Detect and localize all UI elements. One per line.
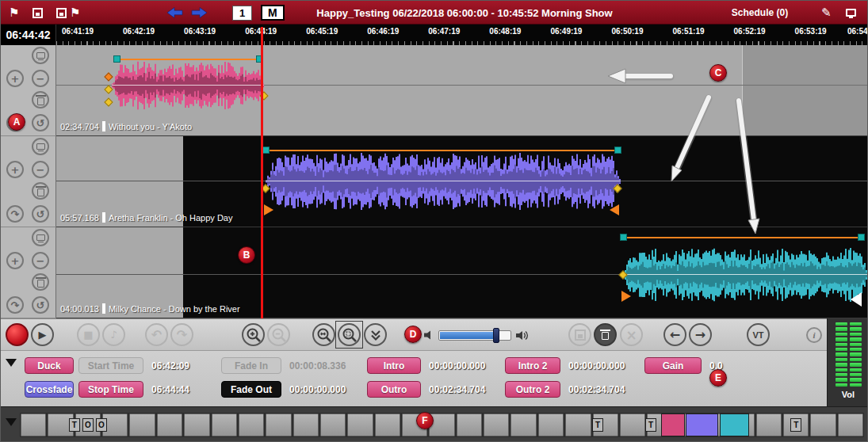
remove-button[interactable]: − (32, 161, 49, 178)
save-playlist-button[interactable]: ⚑ (56, 1, 80, 25)
next-item-button[interactable]: → (689, 323, 712, 346)
gain-button[interactable]: Gain (644, 357, 702, 374)
redo-button[interactable]: ↷ (170, 323, 193, 346)
timeline-marker[interactable]: O (96, 418, 107, 432)
timeline-slot[interactable] (538, 413, 564, 436)
timeline-slot[interactable] (293, 413, 319, 436)
next-page-button[interactable] (191, 1, 207, 25)
add-button[interactable]: + (6, 252, 24, 269)
volume-envelope-line[interactable] (623, 237, 861, 238)
fade-in-button[interactable]: Fade In (221, 357, 281, 374)
timeline-slot[interactable] (21, 413, 46, 436)
delete-button[interactable] (32, 273, 49, 291)
zoom-selection-button[interactable] (338, 323, 361, 346)
timeline-item[interactable] (661, 413, 685, 436)
record-button[interactable] (6, 323, 29, 346)
skip-button[interactable]: ↷ (6, 205, 24, 223)
track-lane[interactable]: 05:57.168 Aretha Franklin - Oh Happy Day (56, 136, 868, 227)
timeline-marker[interactable]: T (790, 418, 801, 432)
play-start-marker[interactable] (621, 291, 631, 302)
monitor-button[interactable] (32, 138, 49, 155)
info-button[interactable]: i (806, 327, 822, 343)
delete-button[interactable] (32, 182, 49, 200)
timeline-slot[interactable] (810, 413, 835, 436)
timeline-slot[interactable] (565, 413, 591, 436)
loop-button[interactable]: ↺ (32, 205, 49, 223)
schedule-button[interactable]: Schedule (0) (714, 1, 805, 25)
timeline-slot[interactable] (347, 413, 373, 436)
play-start-marker[interactable] (264, 204, 273, 215)
zoom-horizontal-button[interactable] (312, 323, 335, 346)
timeline-marker[interactable]: T (645, 418, 656, 432)
intro2-button[interactable]: Intro 2 (505, 357, 560, 374)
track-lane[interactable]: 04:00.013 Milky Chance - Down by the Riv… (56, 227, 868, 318)
volume-max-icon[interactable] (516, 330, 530, 341)
play-button[interactable]: ▶ (31, 323, 54, 346)
collapse-edit-panel-toggle[interactable] (6, 359, 17, 367)
timeline-slot[interactable] (756, 413, 782, 436)
zoom-out-button[interactable] (267, 323, 290, 346)
save-edit-button[interactable] (568, 323, 591, 346)
timeline-marker[interactable]: T (69, 418, 80, 432)
timeline-slot[interactable] (375, 413, 400, 436)
monitor-button[interactable] (32, 229, 49, 246)
delete-all-button[interactable] (594, 323, 617, 346)
mode-toggle[interactable]: M (261, 1, 285, 25)
timeline-slot[interactable] (157, 413, 182, 436)
track-lane[interactable]: 02:34.704 Without you - Y'Akoto (56, 45, 868, 136)
remove-button[interactable]: − (32, 252, 49, 269)
timeline-marker[interactable]: T (592, 418, 603, 432)
display-button[interactable] (846, 1, 856, 25)
duck-button[interactable]: Duck (25, 357, 74, 374)
envelope-handle[interactable] (858, 234, 865, 241)
timeline-slot[interactable] (239, 413, 264, 436)
timeline-slot[interactable] (620, 413, 645, 436)
playhead[interactable] (261, 27, 263, 318)
timeline-ruler[interactable]: 06:44:42 06:41:1906:42:1906:43:1906:44:1… (1, 25, 868, 45)
skip-button[interactable]: ↷ (6, 296, 24, 314)
timeline-item[interactable] (720, 413, 749, 436)
volume-envelope-line[interactable] (266, 150, 621, 151)
timeline-item[interactable] (686, 413, 717, 436)
crossfade-button[interactable]: Crossfade (25, 381, 74, 398)
timeline-slot[interactable] (266, 413, 291, 436)
previous-item-button[interactable]: ← (663, 323, 686, 346)
add-track-button[interactable]: ♪ (102, 323, 125, 346)
envelope-handle[interactable] (620, 234, 627, 241)
play-end-marker[interactable] (610, 204, 619, 215)
volume-min-icon[interactable] (424, 330, 434, 340)
monitor-button[interactable] (32, 47, 49, 64)
remove-button[interactable]: − (32, 70, 49, 87)
prev-page-button[interactable] (167, 1, 183, 25)
stop-button[interactable]: ■ (77, 323, 100, 346)
timeline-slot[interactable] (320, 413, 346, 436)
delete-button[interactable] (32, 91, 49, 109)
zoom-in-button[interactable] (242, 323, 265, 346)
envelope-handle[interactable] (262, 147, 270, 154)
intro-button[interactable]: Intro (367, 357, 421, 374)
timeline-slot[interactable] (838, 413, 863, 436)
volume-slider[interactable] (438, 330, 511, 341)
outro-button[interactable]: Outro (367, 381, 421, 398)
timeline-slot[interactable] (184, 413, 209, 436)
timeline-slot[interactable] (212, 413, 237, 436)
start-time-button[interactable]: Start Time (78, 357, 143, 374)
stop-time-button[interactable]: Stop Time (78, 381, 143, 398)
loop-button[interactable]: ↺ (32, 296, 49, 314)
page-number[interactable]: 1 (232, 1, 252, 25)
undo-button[interactable]: ↶ (145, 323, 168, 346)
voice-track-button[interactable]: VT (747, 323, 770, 346)
timeline-marker[interactable]: O (82, 418, 94, 432)
edit-schedule-button[interactable]: ✎ (821, 1, 832, 25)
envelope-handle[interactable] (113, 55, 120, 63)
timeline-slot[interactable] (510, 413, 536, 436)
fade-out-button[interactable]: Fade Out (221, 381, 281, 398)
timeline-slot[interactable] (129, 413, 155, 436)
loop-button[interactable]: ↺ (32, 114, 49, 131)
flag-button[interactable]: ⚑ (9, 1, 19, 25)
volume-handle[interactable] (493, 328, 499, 343)
outro2-button[interactable]: Outro 2 (505, 381, 560, 398)
volume-envelope-line[interactable] (117, 59, 263, 60)
envelope-handle[interactable] (614, 147, 621, 154)
timeline-slot[interactable] (484, 413, 509, 436)
